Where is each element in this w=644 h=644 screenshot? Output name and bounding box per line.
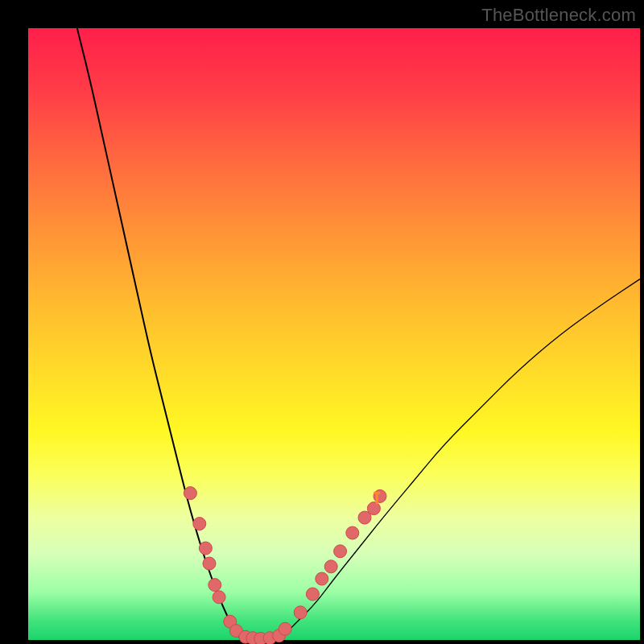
bottleneck-curve bbox=[77, 28, 242, 640]
data-marker bbox=[334, 545, 347, 558]
curve-svg bbox=[28, 28, 640, 640]
data-marker bbox=[279, 622, 291, 635]
data-marker bbox=[208, 579, 221, 592]
data-marker bbox=[346, 526, 359, 539]
data-marker bbox=[184, 487, 196, 500]
data-marker bbox=[324, 560, 337, 573]
data-marker bbox=[294, 606, 307, 619]
curve-group bbox=[77, 28, 640, 640]
marker-group bbox=[184, 487, 386, 644]
data-marker bbox=[199, 542, 212, 555]
data-marker bbox=[213, 591, 225, 604]
data-marker bbox=[193, 518, 206, 530]
data-marker bbox=[306, 588, 319, 601]
data-marker bbox=[316, 572, 328, 585]
plot-area bbox=[28, 28, 640, 640]
data-marker bbox=[203, 557, 216, 570]
bottleneck-curve bbox=[273, 279, 640, 640]
watermark-text: TheBottleneck.com bbox=[481, 5, 636, 26]
chart-frame: TheBottleneck.com bbox=[0, 0, 644, 644]
data-marker bbox=[367, 502, 380, 515]
